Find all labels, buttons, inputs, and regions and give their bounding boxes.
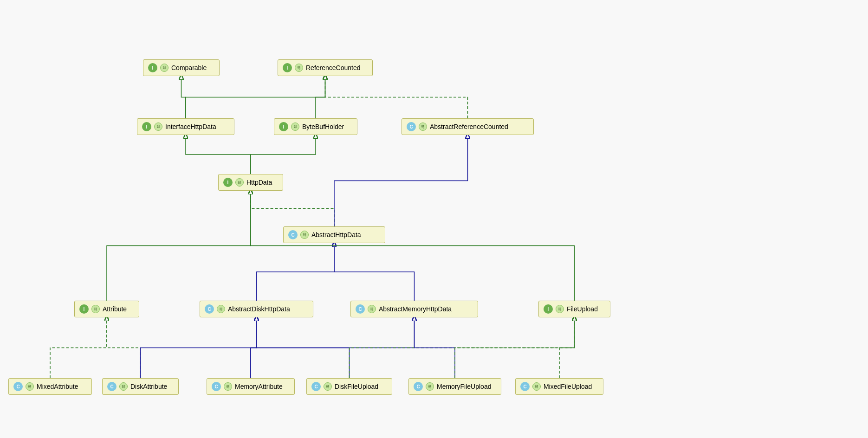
type-icon-interfacehttpdata: I (142, 122, 151, 131)
arrow-mixedfileupload-to-fileupload (559, 321, 575, 378)
type-icon-referencecounted: I (283, 63, 292, 72)
type-icon-memoryfileupload: C (414, 382, 423, 391)
node-label-mixedattribute: MixedAttribute (37, 383, 78, 390)
type-icon-httpdata: I (223, 178, 233, 187)
arrow-diskfileupload-to-fileupload (350, 321, 575, 378)
arrow-diskattribute-to-abstractdiskhttpdata (141, 321, 257, 378)
arrow-memoryfileupload-to-abstractmemoryhttpdata (415, 321, 455, 378)
arrow-attribute-to-httpdata (107, 194, 251, 301)
type-icon-diskfileupload: C (311, 382, 321, 391)
link-icon-referencecounted: ⛓ (295, 64, 303, 72)
type-icon-mixedattribute: C (13, 382, 23, 391)
node-label-referencecounted: ReferenceCounted (306, 64, 361, 71)
arrow-abstractdiskhttpdata-to-abstracthttpdata (257, 247, 335, 301)
arrow-bytebufholder-to-referencecounted (316, 80, 325, 118)
node-label-memoryattribute: MemoryAttribute (235, 383, 283, 390)
arrow-memoryattribute-to-abstractmemoryhttpdata (251, 321, 415, 378)
node-label-diskattribute: DiskAttribute (130, 383, 167, 390)
type-icon-fileupload: I (544, 304, 553, 314)
link-icon-fileupload: ⛓ (556, 305, 564, 313)
type-icon-comparable: I (148, 63, 157, 72)
type-icon-abstractdiskhttpdata: C (205, 304, 214, 314)
link-icon-memoryattribute: ⛓ (224, 382, 232, 391)
node-label-memoryfileupload: MemoryFileUpload (437, 383, 491, 390)
arrow-interfacehttpdata-to-referencecounted (186, 80, 325, 118)
type-icon-abstractreferencecounted: C (407, 122, 416, 131)
arrow-diskattribute-to-attribute (107, 321, 141, 378)
type-icon-mixedfileupload: C (520, 382, 530, 391)
arrows-layer (0, 0, 868, 438)
link-icon-mixedfileupload: ⛓ (532, 382, 541, 391)
arrow-memoryfileupload-to-fileupload (455, 321, 575, 378)
type-icon-abstractmemoryhttpdata: C (356, 304, 365, 314)
node-mixedattribute[interactable]: C⛓MixedAttribute (8, 378, 92, 395)
node-label-diskfileupload: DiskFileUpload (335, 383, 378, 390)
node-abstractdiskhttpdata[interactable]: C⛓AbstractDiskHttpData (200, 301, 313, 317)
node-label-bytebufholder: ByteBufHolder (302, 123, 344, 130)
node-memoryfileupload[interactable]: C⛓MemoryFileUpload (408, 378, 501, 395)
arrow-fileupload-to-httpdata (251, 194, 575, 301)
arrow-mixedattribute-to-attribute (50, 321, 107, 378)
type-icon-diskattribute: C (107, 382, 117, 391)
link-icon-httpdata: ⛓ (235, 178, 244, 187)
node-label-mixedfileupload: MixedFileUpload (544, 383, 592, 390)
arrow-httpdata-to-bytebufholder (251, 139, 316, 174)
link-icon-mixedattribute: ⛓ (26, 382, 34, 391)
arrow-abstractreferencecounted-to-referencecounted (325, 80, 468, 118)
link-icon-bytebufholder: ⛓ (291, 122, 299, 131)
node-label-comparable: Comparable (171, 64, 207, 71)
node-interfacehttpdata[interactable]: I⛓InterfaceHttpData (137, 118, 234, 135)
node-label-abstractmemoryhttpdata: AbstractMemoryHttpData (379, 305, 452, 313)
node-httpdata[interactable]: I⛓HttpData (218, 174, 283, 191)
node-abstracthttpdata[interactable]: C⛓AbstractHttpData (283, 226, 385, 243)
link-icon-diskattribute: ⛓ (119, 382, 128, 391)
link-icon-attribute: ⛓ (91, 305, 100, 313)
arrow-abstractmemoryhttpdata-to-abstracthttpdata (334, 247, 415, 301)
type-icon-memoryattribute: C (212, 382, 221, 391)
node-diskfileupload[interactable]: C⛓DiskFileUpload (306, 378, 392, 395)
node-label-fileupload: FileUpload (567, 305, 598, 313)
link-icon-comparable: ⛓ (160, 64, 168, 72)
arrow-abstracthttpdata-to-abstractreferencecounted (334, 139, 468, 226)
class-diagram: I⛓ComparableI⛓ReferenceCountedI⛓Interfac… (0, 0, 868, 438)
node-label-abstracthttpdata: AbstractHttpData (311, 231, 361, 238)
link-icon-interfacehttpdata: ⛓ (154, 122, 162, 131)
node-attribute[interactable]: I⛓Attribute (74, 301, 139, 317)
node-comparable[interactable]: I⛓Comparable (143, 59, 220, 76)
link-icon-diskfileupload: ⛓ (324, 382, 332, 391)
link-icon-memoryfileupload: ⛓ (426, 382, 434, 391)
type-icon-attribute: I (79, 304, 89, 314)
node-memoryattribute[interactable]: C⛓MemoryAttribute (207, 378, 295, 395)
node-label-attribute: Attribute (103, 305, 127, 313)
link-icon-abstractreferencecounted: ⛓ (419, 122, 427, 131)
arrow-httpdata-to-interfacehttpdata (186, 139, 251, 174)
node-abstractreferencecounted[interactable]: C⛓AbstractReferenceCounted (402, 118, 534, 135)
node-bytebufholder[interactable]: I⛓ByteBufHolder (274, 118, 357, 135)
arrow-memoryattribute-to-abstractdiskhttpdata (251, 321, 257, 378)
arrow-interfacehttpdata-to-comparable (181, 80, 186, 118)
link-icon-abstracthttpdata: ⛓ (300, 231, 309, 239)
node-diskattribute[interactable]: C⛓DiskAttribute (102, 378, 179, 395)
link-icon-abstractmemoryhttpdata: ⛓ (368, 305, 376, 313)
node-label-interfacehttpdata: InterfaceHttpData (165, 123, 216, 130)
node-abstractmemoryhttpdata[interactable]: C⛓AbstractMemoryHttpData (350, 301, 478, 317)
arrow-diskfileupload-to-abstractdiskhttpdata (257, 321, 350, 378)
node-fileupload[interactable]: I⛓FileUpload (538, 301, 610, 317)
type-icon-abstracthttpdata: C (288, 230, 298, 239)
link-icon-abstractdiskhttpdata: ⛓ (217, 305, 225, 313)
node-mixedfileupload[interactable]: C⛓MixedFileUpload (515, 378, 603, 395)
type-icon-bytebufholder: I (279, 122, 288, 131)
node-referencecounted[interactable]: I⛓ReferenceCounted (278, 59, 373, 76)
node-label-abstractreferencecounted: AbstractReferenceCounted (430, 123, 508, 130)
arrow-abstracthttpdata-to-httpdata (251, 194, 334, 226)
node-label-httpdata: HttpData (246, 179, 272, 186)
node-label-abstractdiskhttpdata: AbstractDiskHttpData (228, 305, 290, 313)
